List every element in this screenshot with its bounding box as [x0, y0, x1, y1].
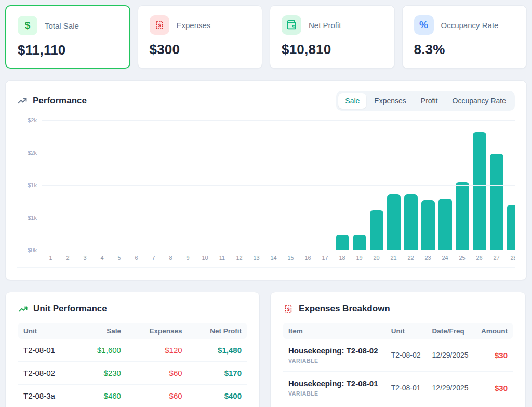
performance-title: Performance [17, 96, 87, 106]
x-tick-label: 10 [196, 255, 214, 261]
expenses-table-body: Housekeeping: T2-08-02VARIABLET2-08-0212… [283, 339, 513, 404]
stat-card-expenses[interactable]: $ Expenses $300 [138, 5, 263, 69]
x-tick-label: 6 [128, 255, 145, 261]
stat-label: Total Sale [45, 21, 79, 30]
y-tick-label: $1k [28, 215, 37, 221]
bar-day-23[interactable] [421, 200, 435, 250]
item-tag: VARIABLE [288, 390, 381, 397]
chart-x-labels: 1234567891011121314151617181920212223242… [42, 255, 515, 261]
x-tick-label: 8 [162, 255, 179, 261]
gridline [42, 218, 515, 218]
x-tick-label: 2 [59, 255, 76, 261]
unit-performance-table: UnitSaleExpensesNet Profit T2-08-01$1,60… [18, 323, 247, 407]
x-tick-label: 26 [471, 255, 488, 261]
svg-text:$: $ [287, 307, 289, 312]
table-row: T2-08-01$1,600$120$1,480 [18, 339, 247, 362]
unit-performance-title-text: Unit Performance [33, 304, 107, 314]
bar-day-24[interactable] [438, 199, 452, 250]
stat-value: $11,110 [18, 42, 118, 58]
y-tick-label: $2k [28, 150, 37, 156]
x-tick-label: 7 [145, 255, 162, 261]
column-header: Amount [475, 323, 513, 339]
stat-value: $300 [150, 42, 251, 58]
bar-day-19[interactable] [353, 235, 366, 250]
expenses-cell: $60 [126, 385, 188, 407]
stat-label: Net Profit [309, 21, 341, 30]
x-tick-label: 9 [179, 255, 196, 261]
x-tick-label: 13 [248, 255, 265, 261]
x-tick-label: 27 [488, 255, 505, 261]
performance-title-text: Performance [33, 96, 87, 106]
table-row: T2-08-02$230$60$170 [18, 362, 247, 385]
receipt-icon: $ [150, 15, 169, 35]
column-header: Sale [78, 323, 126, 339]
stat-value: $10,810 [282, 42, 383, 58]
net-profit-cell: $170 [188, 362, 247, 385]
stat-value: 8.3% [414, 42, 515, 58]
stat-label: Expenses [177, 21, 211, 30]
bar-day-20[interactable] [370, 210, 383, 251]
sale-cell: $230 [78, 362, 126, 385]
table-row: Housekeeping: T2-08-02VARIABLET2-08-0212… [283, 339, 513, 372]
tab-expenses[interactable]: Expenses [367, 93, 413, 109]
stat-card-net-profit[interactable]: Net Profit $10,810 [270, 5, 395, 69]
gridline [42, 120, 515, 121]
stat-card-total-sale[interactable]: $ Total Sale $11,110 [5, 5, 130, 69]
chart-x-axis: 1234567891011121314151617181920212223242… [42, 250, 515, 261]
unit-cell: T2-08-01 [386, 372, 427, 404]
bar-day-18[interactable] [336, 235, 349, 250]
unit-table-header: UnitSaleExpensesNet Profit [18, 323, 247, 339]
unit-cell: T2-08-02 [386, 339, 427, 372]
stat-card-occupancy-rate[interactable]: % Occupancy Rate 8.3% [402, 5, 527, 69]
bar-day-21[interactable] [387, 194, 401, 251]
column-header: Net Profit [188, 323, 247, 339]
expenses-breakdown-title-text: Expenses Breakdown [299, 304, 390, 314]
bar-chart: $2k$2k$1k$1k$0k 123456789101112131415161… [17, 120, 515, 268]
item-cell: Housekeeping: T2-08-02VARIABLE [283, 339, 386, 372]
x-tick-label: 20 [368, 255, 385, 261]
performance-tabs: SaleExpensesProfitOccupancy Rate [336, 91, 515, 111]
unit-table-body: T2-08-01$1,600$120$1,480T2-08-02$230$60$… [18, 339, 247, 407]
y-tick-label: $1k [28, 182, 37, 188]
x-tick-label: 22 [402, 255, 419, 261]
column-header: Unit [18, 323, 78, 339]
expenses-table-header: ItemUnitDate/FreqAmount [283, 323, 513, 339]
x-tick-label: 1 [42, 255, 59, 261]
x-tick-label: 15 [282, 255, 299, 261]
expenses-breakdown-table: ItemUnitDate/FreqAmount Housekeeping: T2… [283, 323, 513, 404]
column-header: Item [283, 323, 386, 339]
receipt-icon: $ [283, 304, 294, 314]
bar-day-26[interactable] [473, 132, 486, 251]
tab-sale[interactable]: Sale [338, 93, 366, 109]
x-tick-label: 19 [351, 255, 368, 261]
bar-day-28[interactable] [507, 205, 515, 251]
column-header: Date/Freq [427, 323, 475, 339]
gridline [42, 153, 515, 153]
x-tick-label: 3 [76, 255, 94, 261]
expenses-cell: $120 [126, 339, 188, 362]
expenses-breakdown-card: $ Expenses Breakdown ItemUnitDate/FreqAm… [270, 292, 526, 407]
tab-profit[interactable]: Profit [414, 93, 445, 109]
net-profit-cell: $400 [188, 385, 247, 407]
x-tick-label: 5 [111, 255, 128, 261]
tab-occupancy-rate[interactable]: Occupancy Rate [446, 93, 513, 109]
item-name: Housekeeping: T2-08-01 [288, 379, 381, 388]
date-cell: 12/29/2025 [427, 372, 475, 404]
x-tick-label: 24 [436, 255, 454, 261]
dollar-icon: $ [18, 16, 37, 35]
bar-day-25[interactable] [456, 182, 469, 250]
bottom-row: Unit Performance UnitSaleExpensesNet Pro… [5, 292, 527, 407]
chart-plot-area [42, 120, 515, 250]
stat-label: Occupancy Rate [441, 21, 499, 30]
amount-cell: $30 [475, 339, 513, 372]
trending-up-icon [17, 96, 28, 106]
x-tick-label: 14 [265, 255, 282, 261]
bar-day-27[interactable] [490, 154, 503, 250]
unit-performance-title: Unit Performance [18, 304, 247, 314]
x-tick-label: 12 [231, 255, 248, 261]
gridline [42, 185, 515, 186]
chart-y-axis: $2k$2k$1k$1k$0k [17, 120, 42, 250]
table-row: Housekeeping: T2-08-01VARIABLET2-08-0112… [283, 372, 513, 404]
table-row: T2-08-3a$460$60$400 [18, 385, 247, 407]
bar-day-22[interactable] [404, 194, 418, 251]
